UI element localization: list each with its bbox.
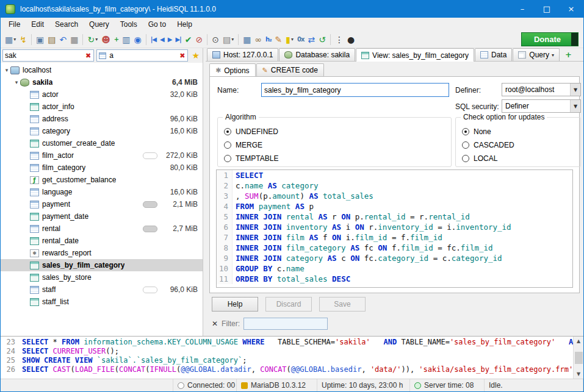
radio-none[interactable]: None — [462, 127, 574, 136]
bottom-filter-input[interactable] — [243, 318, 328, 330]
close-icon[interactable]: ✕ — [212, 319, 218, 328]
menu-edit[interactable]: Edit — [26, 20, 49, 29]
tree-item-sales_by_film_category[interactable]: sales_by_film_category — [1, 259, 203, 271]
status-text: MariaDB 10.3.12 — [251, 381, 306, 390]
radio-cascaded[interactable]: CASCADED — [462, 141, 574, 149]
tree-item-staff_list[interactable]: staff_list — [1, 296, 203, 308]
maximize-button[interactable]: □ — [535, 1, 559, 18]
sql-token: ( — [145, 365, 150, 374]
menu-tools[interactable]: Tools — [115, 20, 143, 29]
filter-star-icon[interactable]: ★ — [190, 51, 201, 60]
clear-table-filter-icon[interactable]: ✖ — [179, 52, 186, 60]
twisty-icon[interactable]: ▾ — [13, 79, 20, 85]
undo-icon[interactable]: ↶ — [57, 32, 68, 47]
tree-item-rewards_report[interactable]: rewards_report — [1, 247, 203, 259]
session-manager-icon[interactable]: ▦▾ — [3, 32, 18, 47]
new-query-tab-icon[interactable]: + — [565, 50, 572, 59]
swap-icon[interactable]: ⇄ — [306, 32, 317, 47]
highlighter-icon[interactable]: ▮▾ — [284, 32, 295, 47]
close-button[interactable]: × — [559, 1, 583, 18]
find-icon[interactable]: ∞ — [253, 32, 264, 47]
hex-icon[interactable]: 0x — [295, 32, 306, 47]
disconnect-icon[interactable]: ↯ — [18, 32, 29, 47]
web-search-icon[interactable]: ◉ — [132, 32, 143, 47]
tab-data[interactable]: Data — [475, 48, 512, 61]
tree-item-actor_info[interactable]: actor_info — [1, 101, 203, 113]
menu-query[interactable]: Query — [84, 20, 115, 29]
discard-button[interactable]: Discard — [265, 297, 312, 312]
tree-item-category[interactable]: category16,0 KiB — [1, 125, 203, 137]
tree-item-localhost[interactable]: ▾localhost — [1, 64, 203, 76]
menu-help[interactable]: Help — [171, 20, 198, 29]
tree-item-language[interactable]: language16,0 KiB — [1, 186, 203, 198]
tree-item-get_customer_balance[interactable]: get_customer_balance — [1, 174, 203, 186]
tree-item-customer_create_date[interactable]: customer_create_date — [1, 137, 203, 149]
scroll-down-icon[interactable]: ▼ — [577, 369, 580, 379]
search-icon[interactable]: ⊙ — [210, 32, 221, 47]
apply-icon[interactable]: ✔ — [183, 32, 194, 47]
tree-item-film_category[interactable]: film_category80,0 KiB — [1, 162, 203, 174]
menu-search[interactable]: Search — [49, 20, 84, 29]
sql-editor[interactable]: 1SELECT2c.name AS category3, SUM(p.amoun… — [216, 169, 573, 288]
radio-merge[interactable]: MERGE — [224, 141, 445, 149]
tree-item-address[interactable]: address96,0 KiB — [1, 113, 203, 125]
tree-item-actor[interactable]: actor32,0 KiB — [1, 88, 203, 101]
tab-database[interactable]: Database: sakila — [279, 48, 355, 61]
paste-icon[interactable]: ▤ — [46, 32, 57, 47]
cancel-icon[interactable]: ⊘ — [193, 32, 204, 47]
first-record-icon[interactable]: |◀ — [149, 32, 158, 47]
log-scrollbar[interactable]: ▲ ▼ — [573, 337, 583, 379]
twisty-icon[interactable]: ▾ — [3, 67, 10, 73]
print-icon[interactable]: ▦ — [68, 32, 80, 47]
subtab-create-code[interactable]: CREATE code — [256, 63, 324, 76]
table-icon — [30, 201, 39, 208]
menu-go-to[interactable]: Go to — [143, 20, 171, 29]
refresh-icon[interactable]: ↻▾ — [85, 32, 99, 47]
tab-view[interactable]: View: sales_by_film_category — [356, 48, 474, 62]
grid-view-icon[interactable]: ▦ — [241, 32, 253, 47]
overflow-icon[interactable]: ⋮ — [333, 32, 345, 47]
scroll-up-icon[interactable]: ▲ — [577, 337, 580, 346]
tree-item-rental[interactable]: rental2,7 MiB — [1, 223, 203, 235]
user-manager-icon[interactable]: ☻ — [99, 32, 112, 47]
help-button[interactable]: Help — [212, 297, 258, 312]
definer-combobox[interactable]: root@localhost ▼ — [502, 83, 581, 96]
clear-database-filter-icon[interactable]: ✖ — [85, 52, 92, 60]
sql-security-combobox[interactable]: Definer ▼ — [502, 99, 581, 113]
chevron-down-icon[interactable]: ▼ — [570, 100, 580, 112]
tree-item-sales_by_store[interactable]: sales_by_store — [1, 271, 203, 283]
tree-item-sakila[interactable]: ▾sakila6,4 MiB — [1, 76, 203, 88]
previous-record-icon[interactable]: ◀ — [158, 32, 166, 47]
tree-item-film_actor[interactable]: film_actor272,0 KiB — [1, 149, 203, 162]
radio-local[interactable]: LOCAL — [462, 154, 574, 163]
scrollbar-thumb[interactable] — [575, 352, 583, 364]
tab-query[interactable]: Query▾ — [513, 48, 560, 61]
database-filter-input[interactable] — [5, 51, 85, 60]
subtab-options[interactable]: Options — [209, 63, 256, 77]
tree-item-rental_date[interactable]: rental_date — [1, 235, 203, 247]
create-database-icon[interactable]: + — [112, 32, 120, 47]
minimize-button[interactable]: – — [510, 1, 535, 18]
query-favorites-icon[interactable]: ▤▾ — [221, 32, 236, 47]
chevron-down-icon[interactable]: ▼ — [570, 84, 580, 96]
sql-token — [281, 233, 286, 242]
tree-item-staff[interactable]: staff96,0 KiB — [1, 283, 203, 296]
row-height-icon[interactable]: h₂ — [264, 32, 273, 47]
menu-file[interactable]: File — [3, 20, 26, 29]
record-icon[interactable]: ● — [345, 32, 356, 47]
radio-undefined[interactable]: UNDEFINED — [224, 127, 445, 136]
view-name-input[interactable] — [261, 83, 449, 97]
tab-host[interactable]: Host: 127.0.0.1 — [207, 48, 278, 61]
next-record-icon[interactable]: ▶ — [166, 32, 174, 47]
save-button[interactable]: Save — [319, 297, 366, 312]
reload-icon[interactable]: ↺ — [317, 32, 328, 47]
copy-icon[interactable]: ▣ — [34, 32, 46, 47]
table-filter-input[interactable] — [109, 51, 179, 60]
radio-temptable[interactable]: TEMPTABLE — [224, 154, 445, 163]
pencil-icon[interactable]: ✎ — [273, 32, 284, 47]
tree-item-payment[interactable]: payment2,1 MiB — [1, 198, 203, 210]
donate-button[interactable]: Donate — [521, 32, 579, 46]
last-record-icon[interactable]: ▶| — [173, 32, 182, 47]
export-database-icon[interactable]: ▥ — [120, 32, 132, 47]
tree-item-payment_date[interactable]: payment_date — [1, 210, 203, 223]
